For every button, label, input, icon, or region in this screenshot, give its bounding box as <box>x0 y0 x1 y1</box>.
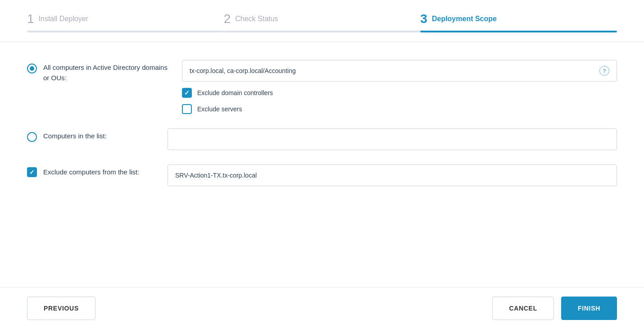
exclude-list-input-wrapper <box>168 164 617 186</box>
exclude-list-checkbox[interactable] <box>27 167 37 177</box>
step-3-bar <box>420 31 617 32</box>
exclude-dc-checkbox[interactable] <box>182 88 192 98</box>
computers-list-radio[interactable] <box>27 132 37 142</box>
steps-header: 1 Install Deployer 2 Check Status 3 Depl… <box>0 0 644 32</box>
exclude-servers-label: Exclude servers <box>197 105 242 113</box>
exclude-list-label: Exclude computers from the list: <box>43 167 139 178</box>
footer: PREVIOUS CANCEL FINISH <box>0 288 644 329</box>
exclude-list-input[interactable] <box>175 165 609 186</box>
step-3: 3 Deployment Scope <box>420 13 617 32</box>
exclude-dc-row: Exclude domain controllers <box>182 88 617 98</box>
step-2-label: Check Status <box>235 15 278 23</box>
step-3-label: Deployment Scope <box>432 15 497 23</box>
step-2: 2 Check Status <box>224 13 421 32</box>
step-2-number: 2 <box>224 13 231 25</box>
cancel-button[interactable]: CANCEL <box>492 297 554 320</box>
step-1-label: Install Deployer <box>39 15 88 23</box>
step-1: 1 Install Deployer <box>27 13 224 32</box>
step-1-number: 1 <box>27 13 34 25</box>
computers-list-label: Computers in the list: <box>43 131 107 142</box>
step-1-bar <box>27 31 224 32</box>
wizard-container: 1 Install Deployer 2 Check Status 3 Depl… <box>0 0 644 329</box>
finish-button[interactable]: FINISH <box>561 297 617 320</box>
active-directory-input-wrapper: ? <box>182 60 617 82</box>
computers-list-input[interactable] <box>175 129 609 150</box>
active-directory-row: All computers in Active Directory domain… <box>27 60 617 114</box>
step-2-bar <box>224 31 421 32</box>
help-icon[interactable]: ? <box>599 66 609 76</box>
active-directory-input[interactable] <box>190 60 599 81</box>
exclude-servers-checkbox[interactable] <box>182 104 192 114</box>
computers-list-row: Computers in the list: <box>27 128 617 150</box>
exclude-dc-label: Exclude domain controllers <box>197 89 273 96</box>
previous-button[interactable]: PREVIOUS <box>27 297 95 320</box>
active-directory-label: All computers in Active Directory domain… <box>43 63 168 83</box>
computers-list-input-wrapper <box>168 128 617 150</box>
active-directory-radio[interactable] <box>27 64 37 73</box>
main-content: All computers in Active Directory domain… <box>0 42 644 287</box>
step-3-number: 3 <box>420 13 427 25</box>
exclude-list-row: Exclude computers from the list: <box>27 164 617 186</box>
exclude-servers-row: Exclude servers <box>182 104 617 114</box>
